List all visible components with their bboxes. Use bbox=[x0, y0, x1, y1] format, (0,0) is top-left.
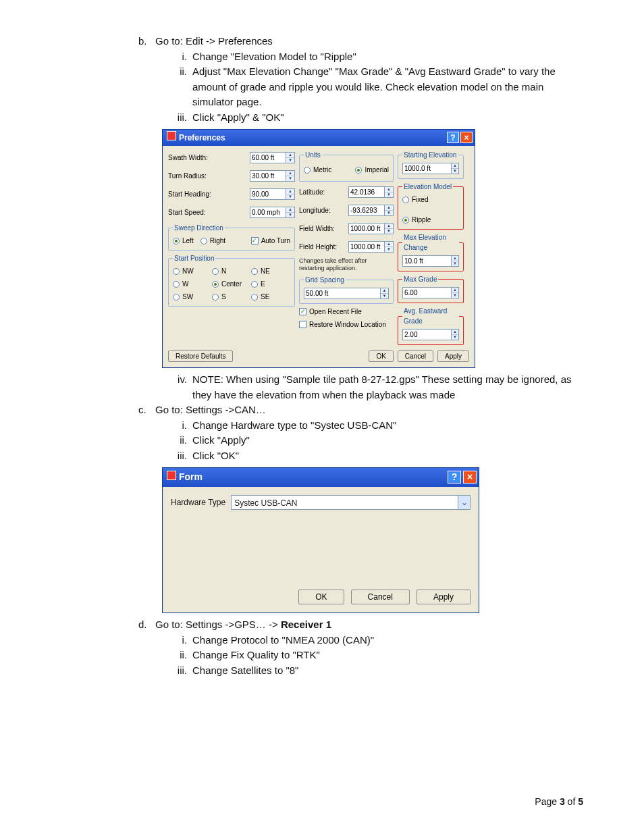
mg-input[interactable] bbox=[402, 287, 452, 298]
mec-input[interactable] bbox=[402, 255, 452, 267]
turn-radius-input[interactable] bbox=[250, 170, 286, 182]
text: Click "OK" bbox=[192, 448, 583, 464]
text: Change Hardware type to "Systec USB-CAN" bbox=[192, 418, 583, 434]
marker: d. bbox=[138, 617, 155, 633]
start-heading-input[interactable] bbox=[250, 188, 286, 200]
cancel-button[interactable]: Cancel bbox=[398, 350, 433, 362]
sweep-left-radio[interactable]: Left bbox=[173, 236, 194, 246]
ok-button[interactable]: OK bbox=[369, 350, 393, 362]
units-metric-radio[interactable]: Metric bbox=[304, 165, 331, 175]
units-group: Units Metric Imperial bbox=[299, 150, 394, 182]
list-item-b-iii: iii. Click "Apply" & "OK" bbox=[172, 110, 583, 126]
page-mid: of bbox=[565, 796, 578, 807]
marker: iii. bbox=[172, 448, 192, 464]
close-icon[interactable]: × bbox=[463, 471, 477, 484]
sp-w[interactable]: W bbox=[173, 279, 212, 289]
start-speed-spinner[interactable]: ▲▼ bbox=[250, 207, 295, 218]
start-heading-spinner[interactable]: ▲▼ bbox=[250, 188, 295, 200]
document-body: b. Go to: Edit -> Preferences i. Change … bbox=[68, 34, 583, 678]
sweep-legend: Sweep Direction bbox=[173, 223, 225, 233]
mg-legend: Max Grade bbox=[402, 274, 438, 284]
form-dialog: Form ? × Hardware Type Systec USB-CAN ⌄ … bbox=[162, 467, 479, 613]
swath-width-spinner[interactable]: ▲▼ bbox=[250, 152, 295, 163]
close-icon[interactable]: × bbox=[460, 132, 473, 143]
marker: iii. bbox=[172, 663, 192, 679]
grid-spacing-spinner[interactable]: ▲▼ bbox=[304, 288, 389, 299]
sp-c[interactable]: Center bbox=[212, 279, 251, 289]
sp-sw[interactable]: SW bbox=[173, 292, 212, 302]
text-bold: Receiver 1 bbox=[281, 619, 331, 630]
hardware-type-combo[interactable]: Systec USB-CAN ⌄ bbox=[231, 495, 471, 510]
starting-elevation-spinner[interactable]: ▲▼ bbox=[402, 163, 459, 174]
cancel-button[interactable]: Cancel bbox=[351, 590, 410, 604]
up-icon[interactable]: ▲ bbox=[286, 153, 294, 158]
marker: iv. bbox=[172, 372, 192, 402]
text: Go to: Edit -> Preferences bbox=[155, 34, 583, 49]
sp-ne[interactable]: NE bbox=[251, 266, 290, 276]
sp-s[interactable]: S bbox=[212, 292, 251, 302]
help-icon[interactable]: ? bbox=[447, 132, 459, 143]
grid-spacing-input[interactable] bbox=[304, 288, 381, 299]
startpos-legend: Start Position bbox=[173, 253, 215, 263]
mec-legend: Max Elevation Change bbox=[402, 232, 459, 253]
elevation-model-group: Elevation Model Fixed Ripple bbox=[398, 182, 464, 230]
text: Click "Apply" & "OK" bbox=[192, 110, 583, 126]
marker: ii. bbox=[172, 433, 192, 448]
em-fixed-radio[interactable]: Fixed bbox=[402, 194, 459, 205]
units-imperial-radio[interactable]: Imperial bbox=[355, 165, 389, 175]
col-right: Starting Elevation ▲▼ Elevation Model Fi… bbox=[398, 150, 464, 345]
field-height-input[interactable] bbox=[348, 241, 385, 253]
start-speed-input[interactable] bbox=[250, 207, 286, 218]
ok-button[interactable]: OK bbox=[298, 590, 344, 604]
title-left: Preferences bbox=[167, 131, 225, 144]
title-text: Preferences bbox=[179, 133, 225, 142]
apply-button[interactable]: Apply bbox=[437, 350, 469, 362]
apply-button[interactable]: Apply bbox=[417, 590, 471, 604]
restore-window-check[interactable]: Restore Window Location bbox=[299, 319, 394, 330]
auto-turn-check[interactable]: Auto Turn bbox=[251, 236, 290, 246]
field-height-spinner[interactable]: ▲▼ bbox=[348, 241, 394, 253]
restore-defaults-button[interactable]: Restore Defaults bbox=[168, 350, 233, 362]
list-item-b-ii: ii. Adjust "Max Elevation Change" "Max G… bbox=[172, 64, 583, 110]
aeg-input[interactable] bbox=[402, 329, 452, 340]
marker: c. bbox=[138, 402, 155, 418]
field-width-input[interactable] bbox=[348, 223, 385, 234]
field-width-spinner[interactable]: ▲▼ bbox=[348, 223, 394, 234]
mg-spinner[interactable]: ▲▼ bbox=[402, 287, 459, 298]
turn-radius-spinner[interactable]: ▲▼ bbox=[250, 170, 295, 182]
hardware-type-label: Hardware Type bbox=[171, 496, 225, 509]
restart-note: Changes take effect after restarting app… bbox=[299, 257, 394, 272]
latitude-spinner[interactable]: ▲▼ bbox=[348, 186, 394, 198]
sweep-right-radio[interactable]: Right bbox=[200, 236, 225, 246]
sp-nw[interactable]: NW bbox=[173, 266, 212, 276]
text: Change Fix Quality to "RTK" bbox=[192, 648, 583, 663]
chevron-down-icon[interactable]: ⌄ bbox=[458, 496, 470, 509]
sp-e[interactable]: E bbox=[251, 279, 290, 289]
starting-elevation-input[interactable] bbox=[402, 163, 452, 174]
aeg-spinner[interactable]: ▲▼ bbox=[402, 329, 459, 340]
mec-spinner[interactable]: ▲▼ bbox=[402, 255, 459, 267]
latitude-label: Latitude: bbox=[299, 187, 346, 197]
page-footer: Page 3 of 5 bbox=[535, 796, 583, 807]
text: Change Satellites to "8" bbox=[192, 663, 583, 679]
latitude-input[interactable] bbox=[348, 186, 385, 198]
help-icon[interactable]: ? bbox=[448, 471, 461, 484]
sp-n[interactable]: N bbox=[212, 266, 251, 276]
em-ripple-radio[interactable]: Ripple bbox=[402, 215, 459, 225]
page-current: 3 bbox=[560, 796, 565, 807]
text: Adjust "Max Elevation Change" "Max Grade… bbox=[192, 64, 583, 110]
grid-legend: Grid Spacing bbox=[304, 275, 346, 285]
list-item-d-ii: ii. Change Fix Quality to "RTK" bbox=[172, 648, 583, 663]
units-legend: Units bbox=[304, 150, 322, 160]
marker: ii. bbox=[172, 64, 192, 110]
longitude-input[interactable] bbox=[348, 205, 385, 216]
longitude-spinner[interactable]: ▲▼ bbox=[348, 205, 394, 216]
down-icon[interactable]: ▼ bbox=[286, 158, 294, 163]
sp-se[interactable]: SE bbox=[251, 292, 290, 302]
open-recent-check[interactable]: Open Recent File bbox=[299, 307, 394, 317]
sweep-direction-group: Sweep Direction Left Right Auto Turn bbox=[168, 223, 295, 251]
swath-width-input[interactable] bbox=[250, 152, 286, 163]
text: Change Protocol to "NMEA 2000 (CAN)" bbox=[192, 633, 583, 648]
longitude-label: Longitude: bbox=[299, 205, 346, 215]
em-legend: Elevation Model bbox=[402, 182, 453, 192]
